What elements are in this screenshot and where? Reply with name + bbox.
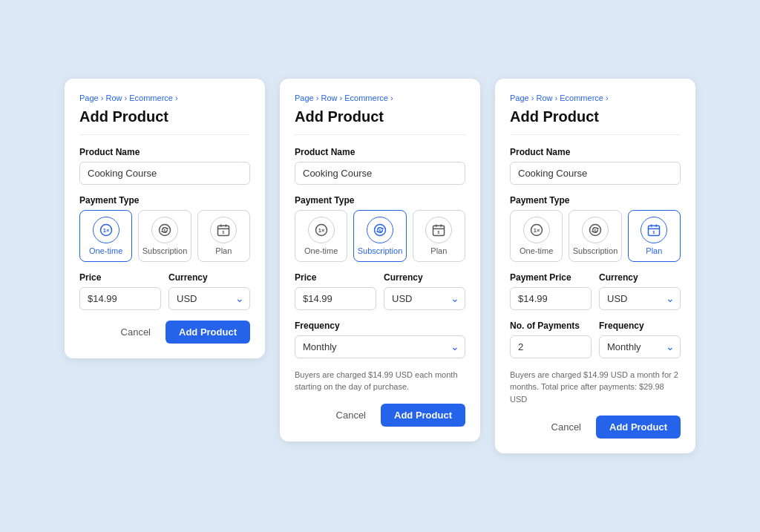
price-field: Price: [79, 272, 161, 310]
payment-type-subscription[interactable]: $ Subscription: [138, 210, 191, 262]
svg-text:$: $: [653, 230, 655, 234]
payment-type-group: 1× One-time $ Subscription $: [510, 210, 681, 262]
currency-select[interactable]: USD: [384, 287, 465, 310]
frequency-select-wrap: Monthly ⌄: [599, 335, 681, 358]
onetime-label: One-time: [520, 246, 553, 255]
onetime-label: One-time: [304, 246, 338, 255]
price-label: Payment Price: [510, 272, 592, 283]
currency-field: Currency USD ⌄: [384, 272, 465, 310]
price-currency-row: Price Currency USD ⌄: [79, 272, 250, 310]
subscription-label: Subscription: [142, 246, 188, 255]
svg-text:$: $: [379, 228, 381, 232]
info-text: Buyers are charged $14.99 USD a month fo…: [510, 369, 681, 406]
plan-label: Plan: [430, 246, 447, 255]
currency-select-wrap: USD ⌄: [384, 287, 465, 310]
svg-text:$: $: [164, 228, 166, 232]
plan-icon: $: [641, 217, 667, 243]
frequency-select-wrap: Monthly ⌄: [295, 335, 465, 358]
cards-container: Page › Row › Ecommerce › Add Product Pro…: [65, 79, 695, 454]
no-of-payments-field: No. of Payments: [510, 321, 592, 358]
no-of-payments-input[interactable]: [510, 335, 592, 358]
subscription-icon: $: [151, 217, 178, 243]
cancel-button[interactable]: Cancel: [114, 322, 158, 342]
currency-select-wrap: USD ⌄: [168, 287, 250, 310]
price-input[interactable]: [79, 287, 161, 310]
payment-type-onetime[interactable]: 1× One-time: [510, 210, 563, 262]
currency-select[interactable]: USD: [168, 287, 250, 310]
svg-text:1×: 1×: [318, 227, 324, 234]
payments-frequency-row: No. of Payments Frequency Monthly ⌄: [510, 321, 681, 358]
add-product-button[interactable]: Add Product: [381, 404, 465, 427]
product-name-input[interactable]: [295, 162, 465, 185]
product-name-input[interactable]: [79, 162, 250, 185]
payment-type-group: 1× One-time $ Subscription $: [295, 210, 465, 262]
price-input[interactable]: [295, 287, 376, 310]
frequency-field: Frequency Monthly ⌄: [295, 321, 465, 358]
payment-type-plan[interactable]: $ Plan: [628, 210, 681, 262]
price-field: Price: [295, 272, 376, 310]
action-buttons: Cancel Add Product: [295, 404, 465, 427]
payment-type-subscription[interactable]: $ Subscription: [569, 210, 621, 262]
card-subscription: Page › Row › Ecommerce › Add Product Pro…: [280, 79, 480, 441]
card-title: Add Product: [295, 108, 465, 135]
product-name-input[interactable]: [510, 162, 681, 185]
frequency-select[interactable]: Monthly: [295, 335, 465, 358]
product-name-label: Product Name: [510, 147, 681, 157]
add-product-button[interactable]: Add Product: [596, 416, 681, 439]
cancel-button[interactable]: Cancel: [329, 405, 373, 425]
frequency-label: Frequency: [295, 321, 465, 331]
breadcrumb: Page › Row › Ecommerce ›: [295, 93, 465, 102]
onetime-label: One-time: [89, 246, 122, 255]
subscription-label: Subscription: [573, 246, 618, 255]
svg-text:$: $: [438, 230, 440, 234]
currency-select[interactable]: USD: [599, 287, 681, 310]
card-title: Add Product: [79, 108, 250, 135]
price-currency-row: Payment Price Currency USD ⌄: [510, 272, 681, 310]
onetime-icon: 1×: [308, 217, 335, 243]
onetime-icon: 1×: [523, 217, 550, 243]
currency-label: Currency: [599, 272, 681, 283]
cancel-button[interactable]: Cancel: [544, 417, 589, 437]
payment-type-label: Payment Type: [510, 195, 681, 206]
currency-label: Currency: [168, 272, 250, 283]
plan-icon: $: [210, 217, 237, 243]
currency-field: Currency USD ⌄: [168, 272, 250, 310]
info-text: Buyers are charged $14.99 USD each month…: [295, 369, 465, 393]
payment-type-subscription[interactable]: $ Subscription: [353, 210, 406, 262]
svg-text:1×: 1×: [533, 227, 540, 234]
breadcrumb: Page › Row › Ecommerce ›: [510, 93, 681, 102]
currency-label: Currency: [384, 272, 465, 283]
subscription-icon: $: [582, 217, 609, 243]
card-title: Add Product: [510, 108, 681, 135]
payment-type-plan[interactable]: $ Plan: [197, 210, 250, 262]
card-onetime: Page › Row › Ecommerce › Add Product Pro…: [65, 79, 265, 358]
product-name-label: Product Name: [79, 147, 250, 157]
payment-type-label: Payment Type: [79, 195, 250, 206]
plan-label: Plan: [646, 246, 662, 255]
add-product-button[interactable]: Add Product: [166, 321, 250, 344]
frequency-field: Frequency Monthly ⌄: [599, 321, 681, 358]
payment-type-plan[interactable]: $ Plan: [413, 210, 465, 262]
svg-text:1×: 1×: [102, 227, 109, 234]
currency-field: Currency USD ⌄: [599, 272, 681, 310]
payment-type-group: 1× One-time $ Subscription $: [79, 210, 250, 262]
product-name-label: Product Name: [295, 147, 465, 157]
subscription-icon: $: [367, 217, 393, 243]
plan-label: Plan: [215, 246, 232, 255]
plan-icon: $: [425, 217, 452, 243]
subscription-label: Subscription: [358, 246, 403, 255]
price-field: Payment Price: [510, 272, 592, 310]
price-currency-row: Price Currency USD ⌄: [295, 272, 465, 310]
frequency-select[interactable]: Monthly: [599, 335, 681, 358]
currency-select-wrap: USD ⌄: [599, 287, 681, 310]
payment-type-onetime[interactable]: 1× One-time: [295, 210, 347, 262]
price-label: Price: [295, 272, 376, 283]
breadcrumb: Page › Row › Ecommerce ›: [79, 93, 250, 102]
payment-type-label: Payment Type: [295, 195, 465, 206]
svg-text:$: $: [223, 230, 225, 234]
frequency-label: Frequency: [599, 321, 681, 331]
price-input[interactable]: [510, 287, 592, 310]
no-of-payments-label: No. of Payments: [510, 321, 592, 331]
payment-type-onetime[interactable]: 1× One-time: [79, 210, 132, 262]
price-label: Price: [79, 272, 161, 283]
